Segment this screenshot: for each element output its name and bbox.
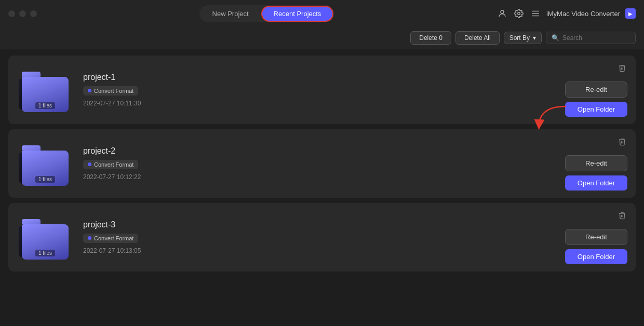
badge-label: Convert Format bbox=[94, 88, 133, 94]
reedit-button[interactable]: Re-edit bbox=[565, 229, 627, 245]
delete-project-button[interactable] bbox=[617, 137, 627, 149]
menu-icon[interactable] bbox=[530, 8, 541, 19]
project-actions: Re-edit Open Folder bbox=[565, 63, 627, 117]
delete-count-button[interactable]: Delete 0 bbox=[410, 31, 451, 45]
project-date: 2022-07-27 10:12:22 bbox=[83, 173, 565, 181]
project-info: project-1 Convert Format 2022-07-27 10:1… bbox=[83, 73, 565, 107]
close-button[interactable] bbox=[8, 10, 15, 17]
traffic-lights bbox=[8, 10, 37, 17]
folder-thumbnail: 1 files bbox=[17, 68, 74, 112]
project-name: project-1 bbox=[83, 73, 565, 82]
project-actions: Re-edit Open Folder bbox=[565, 137, 627, 191]
project-date: 2022-07-27 10:13:05 bbox=[83, 247, 565, 254]
folder-body: 1 files bbox=[22, 151, 69, 186]
convert-format-badge: Convert Format bbox=[83, 160, 138, 169]
maximize-button[interactable] bbox=[30, 10, 37, 17]
toolbar: Delete 0 Delete All Sort By ▾ 🔍 bbox=[0, 27, 644, 49]
sort-by-select[interactable]: Sort By ▾ bbox=[504, 32, 542, 44]
badge-label: Convert Format bbox=[94, 161, 133, 168]
convert-format-badge: Convert Format bbox=[83, 234, 138, 243]
folder-body: 1 files bbox=[22, 224, 69, 260]
badge-dot bbox=[88, 89, 91, 92]
reedit-button[interactable]: Re-edit bbox=[565, 82, 627, 98]
project-name: project-3 bbox=[83, 220, 565, 229]
projects-list: 1 files project-1 Convert Format 2022-07… bbox=[0, 49, 644, 278]
search-input[interactable] bbox=[562, 34, 630, 42]
search-icon: 🔍 bbox=[552, 34, 559, 42]
badge-dot bbox=[88, 236, 91, 240]
project-actions: Re-edit Open Folder bbox=[565, 210, 627, 264]
chevron-down-icon: ▾ bbox=[533, 34, 536, 42]
reedit-button[interactable]: Re-edit bbox=[565, 155, 627, 171]
recent-projects-tab[interactable]: Recent Projects bbox=[262, 7, 333, 21]
nav-tabs: New Project Recent Projects bbox=[199, 5, 334, 22]
project-card: 1 files project-3 Convert Format 2022-07… bbox=[8, 203, 636, 271]
svg-point-0 bbox=[501, 10, 504, 13]
new-project-tab[interactable]: New Project bbox=[201, 7, 260, 21]
badge-label: Convert Format bbox=[94, 235, 133, 241]
delete-project-button[interactable] bbox=[617, 210, 627, 223]
delete-all-button[interactable]: Delete All bbox=[455, 31, 500, 45]
project-card: 1 files project-2 Convert Format 2022-07… bbox=[8, 129, 636, 198]
delete-project-button[interactable] bbox=[617, 63, 627, 75]
convert-format-badge: Convert Format bbox=[83, 86, 138, 96]
app-icon: ▶ bbox=[625, 8, 636, 19]
project-name: project-2 bbox=[83, 146, 565, 156]
project-info: project-3 Convert Format 2022-07-27 10:1… bbox=[83, 220, 565, 254]
folder-thumbnail: 1 files bbox=[17, 142, 74, 186]
folder-thumbnail: 1 files bbox=[17, 215, 74, 260]
settings-icon[interactable] bbox=[513, 8, 525, 19]
open-folder-button[interactable]: Open Folder bbox=[565, 102, 627, 117]
minimize-button[interactable] bbox=[19, 10, 26, 17]
titlebar: New Project Recent Projects iMyMac Video… bbox=[0, 0, 644, 27]
search-box: 🔍 bbox=[546, 32, 636, 44]
folder-file-count: 1 files bbox=[35, 250, 55, 256]
titlebar-right: iMyMac Video Converter ▶ bbox=[497, 8, 636, 19]
svg-point-1 bbox=[518, 12, 520, 15]
folder-tab bbox=[22, 219, 41, 224]
badge-dot bbox=[88, 162, 91, 166]
user-icon[interactable] bbox=[497, 8, 508, 19]
open-folder-button[interactable]: Open Folder bbox=[565, 175, 627, 191]
open-folder-button[interactable]: Open Folder bbox=[565, 249, 627, 264]
project-info: project-2 Convert Format 2022-07-27 10:1… bbox=[83, 146, 565, 181]
folder-file-count: 1 files bbox=[35, 176, 55, 183]
folder-body: 1 files bbox=[22, 77, 69, 112]
app-name-label: iMyMac Video Converter bbox=[546, 10, 620, 18]
folder-tab bbox=[22, 72, 41, 77]
folder-file-count: 1 files bbox=[35, 102, 55, 109]
project-card: 1 files project-1 Convert Format 2022-07… bbox=[8, 56, 636, 124]
folder-tab bbox=[22, 145, 41, 151]
project-date: 2022-07-27 10:11:30 bbox=[83, 100, 565, 107]
sort-by-label: Sort By bbox=[509, 34, 530, 42]
